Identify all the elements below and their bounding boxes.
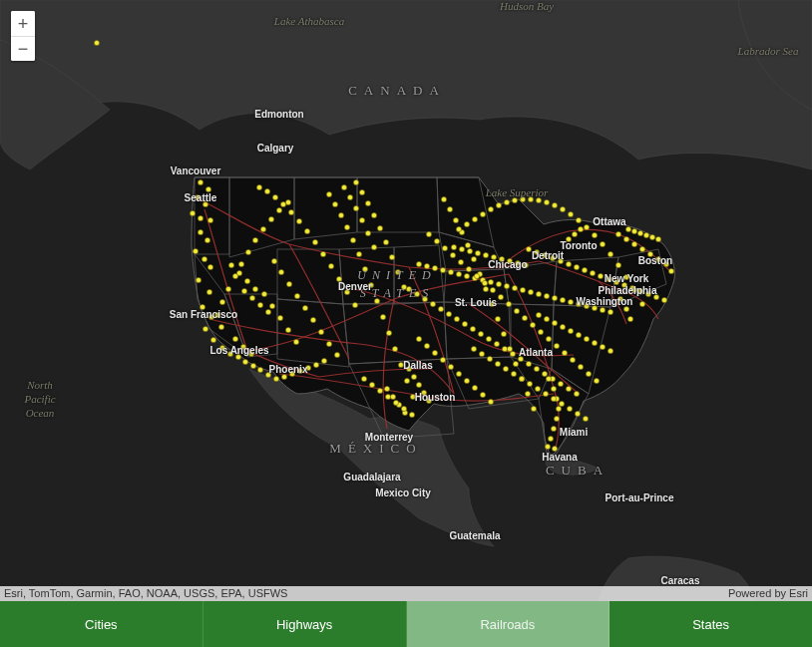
city-dot bbox=[464, 221, 469, 226]
city-dot bbox=[450, 252, 455, 257]
city-dot bbox=[514, 308, 519, 313]
city-dot bbox=[219, 299, 224, 304]
city-dot bbox=[554, 416, 559, 421]
city-dot bbox=[576, 217, 581, 222]
city-dot bbox=[627, 316, 632, 321]
city-dot bbox=[356, 251, 361, 256]
city-dot bbox=[499, 256, 504, 261]
city-dot bbox=[424, 343, 429, 348]
city-dot bbox=[401, 406, 406, 411]
city-dot bbox=[288, 209, 293, 214]
city-dot bbox=[377, 225, 382, 230]
attribution-bar: Esri, TomTom, Garmin, FAO, NOAA, USGS, E… bbox=[0, 586, 812, 601]
city-dot bbox=[525, 391, 530, 396]
city-dot bbox=[411, 374, 416, 379]
city-dot bbox=[495, 361, 500, 366]
city-dot bbox=[241, 288, 246, 293]
city-dot bbox=[584, 336, 589, 341]
city-dot bbox=[501, 331, 506, 336]
city-dot bbox=[544, 293, 549, 298]
city-dot bbox=[615, 262, 620, 267]
city-dot bbox=[576, 301, 581, 306]
city-dot bbox=[448, 269, 453, 274]
city-dot bbox=[466, 266, 471, 271]
city-dot bbox=[371, 244, 376, 249]
map-svg[interactable]: Hudson BayLabrador SeaLake AthabascaCANA… bbox=[0, 0, 812, 601]
city-dot bbox=[550, 255, 555, 260]
city-dot bbox=[542, 252, 547, 257]
city-dot bbox=[392, 346, 397, 351]
city-dot bbox=[256, 184, 261, 189]
city-dot bbox=[249, 295, 254, 300]
city-dot bbox=[242, 359, 247, 364]
bookmark-states[interactable]: States bbox=[609, 601, 812, 647]
city-dot bbox=[491, 254, 496, 259]
city-dot bbox=[232, 336, 237, 341]
city-dot bbox=[454, 316, 459, 321]
city-dot bbox=[371, 212, 376, 217]
city-dot bbox=[512, 197, 517, 202]
bookmark-railroads[interactable]: Railroads bbox=[407, 601, 610, 647]
city-dot bbox=[350, 237, 355, 242]
city-dot bbox=[483, 286, 488, 291]
city-dot bbox=[488, 279, 493, 284]
map-viewport[interactable]: Hudson BayLabrador SeaLake AthabascaCANA… bbox=[0, 0, 812, 601]
city-dot bbox=[617, 296, 622, 301]
city-dot bbox=[494, 341, 499, 346]
city-dot bbox=[336, 276, 341, 281]
city-dot bbox=[386, 330, 391, 335]
city-dot bbox=[432, 350, 437, 355]
city-dot bbox=[368, 282, 373, 287]
city-dot bbox=[294, 293, 299, 298]
city-dot bbox=[544, 199, 549, 204]
city-dot bbox=[534, 366, 539, 371]
zoom-out-button[interactable]: − bbox=[11, 36, 35, 61]
city-dot bbox=[566, 261, 571, 266]
city-dot bbox=[374, 298, 379, 303]
city-dot bbox=[385, 394, 390, 399]
city-dot bbox=[318, 329, 323, 334]
city-dot bbox=[523, 262, 528, 267]
city-dot bbox=[410, 394, 415, 399]
city-dot bbox=[507, 346, 512, 351]
city-dot bbox=[535, 386, 540, 391]
city-dot bbox=[432, 265, 437, 270]
city-dot bbox=[482, 280, 487, 285]
city-dot bbox=[513, 361, 518, 366]
city-dot bbox=[558, 381, 563, 386]
city-dot bbox=[528, 289, 533, 294]
zoom-in-button[interactable]: + bbox=[11, 11, 35, 36]
city-dot bbox=[296, 218, 301, 223]
city-dot bbox=[347, 194, 352, 199]
city-dot bbox=[560, 206, 565, 211]
city-dot bbox=[313, 362, 318, 367]
city-dot bbox=[582, 267, 587, 272]
city-dot bbox=[520, 287, 525, 292]
city-dot bbox=[250, 363, 255, 368]
city-dot bbox=[512, 285, 517, 290]
bookmark-cities[interactable]: Cities bbox=[0, 601, 203, 647]
city-dot bbox=[406, 286, 411, 291]
city-dot bbox=[272, 194, 277, 199]
city-dot bbox=[518, 356, 523, 361]
bookmark-highways[interactable]: Highways bbox=[203, 601, 407, 647]
city-dot bbox=[235, 354, 240, 359]
city-dot bbox=[94, 40, 99, 45]
city-dot bbox=[655, 236, 660, 241]
city-dot bbox=[578, 364, 583, 369]
attribution-powered[interactable]: Powered by Esri bbox=[728, 586, 808, 601]
city-dot bbox=[260, 226, 265, 231]
city-dot bbox=[204, 237, 209, 242]
city-dot bbox=[271, 258, 276, 263]
city-dot bbox=[341, 184, 346, 189]
city-dot bbox=[496, 202, 501, 207]
city-dot bbox=[653, 294, 658, 299]
city-dot bbox=[487, 356, 492, 361]
city-dot bbox=[560, 324, 565, 329]
city-dot bbox=[510, 351, 515, 356]
city-dot bbox=[528, 196, 533, 201]
city-dot bbox=[208, 314, 213, 319]
city-dot bbox=[643, 232, 648, 237]
city-dot bbox=[421, 390, 426, 395]
city-dot bbox=[462, 321, 467, 326]
